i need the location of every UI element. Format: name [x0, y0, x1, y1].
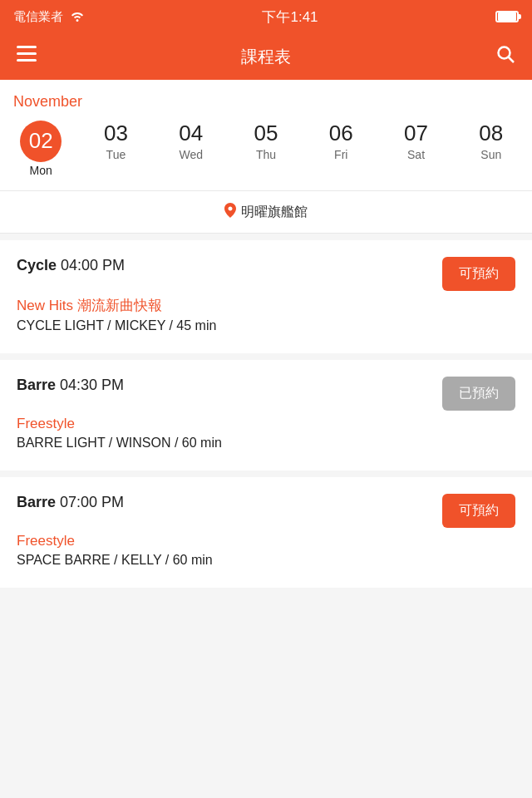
day-item-fri[interactable]: 06Fri	[308, 121, 374, 177]
booked-button: 已預約	[442, 377, 515, 411]
class-type: Barre	[17, 377, 56, 393]
location-name: 明曜旗艦館	[241, 204, 308, 221]
class-detail: BARRE LIGHT / WINSON / 60 min	[17, 436, 515, 451]
day-number: 08	[479, 121, 503, 146]
month-label: November	[0, 93, 532, 121]
day-name: Fri	[334, 148, 347, 161]
class-detail: SPACE BARRE / KELLY / 60 min	[17, 553, 515, 568]
class-type: Cycle	[17, 257, 57, 273]
status-time: 下午1:41	[262, 7, 318, 27]
svg-rect-2	[17, 59, 37, 62]
battery-icon	[495, 11, 519, 22]
svg-rect-0	[17, 46, 37, 48]
class-subtitle: Freestyle	[17, 416, 515, 432]
day-name: Mon	[30, 164, 52, 177]
class-detail: CYCLE LIGHT / MICKEY / 45 min	[17, 318, 515, 333]
svg-rect-1	[17, 52, 37, 55]
class-subtitle: New Hits 潮流新曲快報	[17, 296, 515, 315]
class-list: Cycle 04:00 PM可預約New Hits 潮流新曲快報CYCLE LI…	[0, 240, 532, 588]
day-number: 05	[254, 121, 278, 146]
day-item-mon[interactable]: 02Mon	[7, 121, 74, 177]
class-card: Barre 07:00 PM可預約FreestyleSPACE BARRE / …	[0, 477, 532, 588]
calendar-section: November 02Mon03Tue04Wed05Thu06Fri07Sat0…	[0, 80, 532, 190]
day-number: 06	[329, 121, 353, 146]
day-item-sun[interactable]: 08Sun	[458, 121, 525, 177]
status-right	[495, 11, 519, 22]
class-subtitle: Freestyle	[17, 533, 515, 549]
nav-bar: 課程表	[0, 33, 532, 80]
book-button[interactable]: 可預約	[442, 494, 515, 528]
day-item-wed[interactable]: 04Wed	[158, 121, 224, 177]
day-name: Wed	[179, 148, 203, 161]
wifi-icon	[70, 10, 85, 24]
class-header: Barre 04:30 PM已預約	[17, 377, 515, 411]
day-number: 02	[20, 121, 62, 162]
class-card: Cycle 04:00 PM可預約New Hits 潮流新曲快報CYCLE LI…	[0, 240, 532, 353]
class-card: Barre 04:30 PM已預約FreestyleBARRE LIGHT / …	[0, 360, 532, 470]
week-row: 02Mon03Tue04Wed05Thu06Fri07Sat08Sun	[0, 121, 532, 190]
class-title-time: Barre 07:00 PM	[17, 494, 124, 511]
location-bar[interactable]: 明曜旗艦館	[0, 190, 532, 234]
class-title-time: Barre 04:30 PM	[17, 377, 124, 394]
carrier-label: 電信業者	[13, 9, 63, 25]
book-button[interactable]: 可預約	[442, 257, 515, 291]
class-header: Cycle 04:00 PM可預約	[17, 257, 515, 291]
class-title-time: Cycle 04:00 PM	[17, 257, 125, 274]
day-item-tue[interactable]: 03Tue	[82, 121, 149, 177]
class-header: Barre 07:00 PM可預約	[17, 494, 515, 528]
day-name: Tue	[106, 148, 126, 161]
location-pin-icon	[224, 203, 236, 221]
status-bar: 電信業者 下午1:41	[0, 0, 532, 33]
day-number: 04	[179, 121, 203, 146]
day-name: Sun	[480, 148, 501, 161]
day-item-thu[interactable]: 05Thu	[233, 121, 299, 177]
day-number: 07	[404, 121, 428, 146]
search-icon[interactable]	[495, 44, 515, 69]
class-type: Barre	[17, 494, 56, 510]
day-name: Thu	[256, 148, 276, 161]
menu-icon[interactable]	[17, 46, 37, 67]
svg-line-4	[509, 57, 515, 63]
svg-point-3	[499, 47, 510, 59]
status-left: 電信業者	[13, 9, 85, 25]
nav-title: 課程表	[241, 46, 291, 68]
day-name: Sat	[407, 148, 425, 161]
day-number: 03	[104, 121, 128, 146]
day-item-sat[interactable]: 07Sat	[383, 121, 450, 177]
